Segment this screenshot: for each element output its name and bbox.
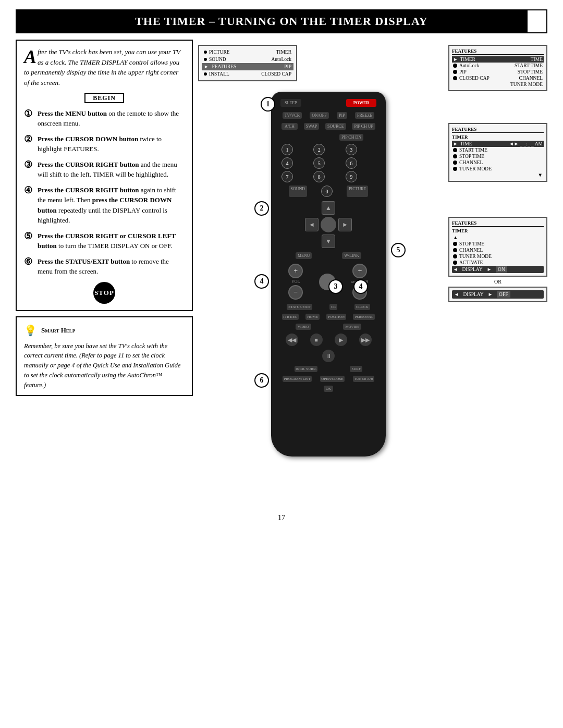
power-btn[interactable]: POWER xyxy=(346,99,376,107)
num-3-btn[interactable]: 3 xyxy=(346,144,357,155)
feat1-pip: PIPSTOP TIME xyxy=(452,69,544,75)
menu-row-install: INSTALL CLOSED CAP xyxy=(202,70,293,78)
empty1 xyxy=(293,134,309,141)
swap-btn[interactable]: SWAP xyxy=(304,123,319,130)
sound-btn[interactable]: SOUND xyxy=(289,186,308,197)
feat1-empty: TUNER MODE xyxy=(452,81,544,88)
num-9-btn[interactable]: 9 xyxy=(346,171,357,182)
step-6: ⑥ Press the STATUS/EXIT button to remove… xyxy=(24,256,185,277)
feat3-display-on: ◄DISPLAY►ON xyxy=(452,266,544,273)
step-1-text: Press the MENU button on the remote to s… xyxy=(38,108,185,129)
cursor-down-btn[interactable]: ▼ xyxy=(322,235,335,248)
step-3: ③ Press the CURSOR RIGHT button and the … xyxy=(24,159,185,180)
onoff-btn[interactable]: ON/OFF xyxy=(310,112,328,119)
tuner-ab-btn[interactable]: TUNER A/B xyxy=(353,376,374,382)
page-header: THE TIMER – TURNING ON THE TIMER DISPLAY xyxy=(16,9,547,33)
num-7-btn[interactable]: 7 xyxy=(282,171,293,182)
source-btn[interactable]: SOURCE xyxy=(325,123,346,130)
position-btn[interactable]: POSITION xyxy=(326,314,346,320)
drop-cap: A xyxy=(24,49,36,65)
remote-area: PICTURE TIMER SOUND AutoLock ► xyxy=(198,40,547,488)
features-panel-2: FEATURES TIMER ►TIME◄► _ _:_ _ AM START … xyxy=(448,123,547,182)
cursor-center xyxy=(321,217,336,232)
status-exit-btn[interactable]: STATUS/EXIT xyxy=(287,304,312,310)
ok-btn[interactable]: OK xyxy=(324,386,333,392)
step-4-num: ④ xyxy=(24,185,34,196)
intro-text: After the TV's clock has been set, you c… xyxy=(24,47,185,88)
menu-row-features: ► FEATURES PIP xyxy=(202,63,293,70)
cc-btn[interactable]: CC xyxy=(329,304,337,310)
feat2-starttime: START TIME xyxy=(452,147,544,153)
incr-surr-btn[interactable]: INCR. SURR. xyxy=(295,366,317,372)
step-2: ② Press the CURSOR DOWN button twice to … xyxy=(24,134,185,154)
num-4-btn[interactable]: 4 xyxy=(282,157,293,169)
feat1-autolock: AutoLockSTART TIME xyxy=(452,63,544,69)
display-off-row: ◄DISPLAY►OFF xyxy=(452,290,544,299)
open-close-btn[interactable]: OPEN/CLOSE xyxy=(320,376,344,382)
movies-btn[interactable]: MOVIES xyxy=(343,324,361,330)
cursor-right-btn[interactable]: ► xyxy=(338,218,352,231)
step-1: ① Press the MENU button on the remote to… xyxy=(24,108,185,129)
ach-btn[interactable]: A/CH xyxy=(282,123,298,130)
sleep-btn[interactable]: SLEEP xyxy=(280,99,301,107)
smart-help-title: 💡 Smart Help xyxy=(24,323,185,338)
play-btn[interactable]: ▶ xyxy=(335,334,347,346)
num-0-btn[interactable]: 0 xyxy=(321,186,333,197)
features-panel-3: FEATURES TIMER ▲ STOP TIME CHANNEL xyxy=(448,217,547,302)
pip-btn[interactable]: PIP xyxy=(337,112,347,119)
clock-btn[interactable]: CLOCK xyxy=(354,304,370,310)
stop-btn[interactable]: ■ xyxy=(310,334,323,346)
menu-row-picture: PICTURE TIMER xyxy=(202,48,293,56)
video-btn[interactable]: VIDEO xyxy=(296,324,311,330)
surf-btn[interactable]: SURF xyxy=(350,366,362,372)
num-5-btn[interactable]: 5 xyxy=(313,157,325,169)
overlay-step-3: 3 xyxy=(328,279,343,294)
feat3-activate: ACTIVATE xyxy=(452,260,544,266)
step-4-text: Press the CURSOR RIGHT button again to s… xyxy=(38,185,185,226)
features-panel-1: FEATURES ►TIMERTIME AutoLockSTART TIME P… xyxy=(448,45,547,91)
step-6-num: ⑥ xyxy=(24,256,34,268)
menu-btn[interactable]: MENU xyxy=(296,252,312,259)
program-list-btn[interactable]: PROGRAM LIST xyxy=(283,376,311,382)
num-8-btn[interactable]: 8 xyxy=(313,171,325,182)
stop-circle: STOP xyxy=(93,282,115,304)
feat2-stoptime: STOP TIME xyxy=(452,153,544,159)
itrrec-btn[interactable]: ITR REC xyxy=(282,314,299,320)
step-5: ⑤ Press the CURSOR RIGHT or CURSOR LEFT … xyxy=(24,231,185,251)
home-btn[interactable]: HOME xyxy=(305,314,320,320)
overlay-step-4: 4 xyxy=(353,279,368,294)
ffwd-btn[interactable]: ▶▶ xyxy=(359,334,372,346)
step-2-text: Press the CURSOR DOWN button twice to hi… xyxy=(38,134,185,154)
vol-down-btn[interactable]: − xyxy=(288,285,303,300)
feat2-tunermode: TUNER MODE xyxy=(452,166,544,172)
vol-up-btn[interactable]: + xyxy=(288,264,303,278)
cursor-up-btn[interactable]: ▲ xyxy=(322,201,335,215)
feat2-channel: CHANNEL xyxy=(452,159,544,166)
personal-btn[interactable]: PERSONAL xyxy=(353,314,375,320)
rewind-btn[interactable]: ◀◀ xyxy=(286,334,298,346)
instructions-box: After the TV's clock has been set, you c… xyxy=(16,40,193,311)
step-3-text: Press the CURSOR RIGHT button and the me… xyxy=(38,159,185,180)
feat1-closedcap: CLOSED CAPCHANNEL xyxy=(452,75,544,81)
feat2-subtitle: TIMER xyxy=(452,134,544,140)
ch-up-btn[interactable]: + xyxy=(352,264,367,278)
feat3-subtitle: TIMER xyxy=(452,228,544,233)
page-number: 17 xyxy=(0,514,563,527)
wlink-btn[interactable]: W-LINK xyxy=(342,252,361,259)
step-3-num: ③ xyxy=(24,159,34,171)
num-6-btn[interactable]: 6 xyxy=(346,157,357,169)
step-2-num: ② xyxy=(24,134,34,145)
picture-btn[interactable]: PICTURE xyxy=(347,186,368,197)
tvvcr-btn[interactable]: TV/VCR xyxy=(283,112,302,119)
overlay-step-1: 1 xyxy=(261,97,275,112)
pipch-dn[interactable]: PIP CH DN xyxy=(339,134,363,141)
header-corner-box xyxy=(527,9,547,33)
num-2-btn[interactable]: 2 xyxy=(313,144,325,155)
cursor-left-btn[interactable]: ◄ xyxy=(305,218,319,231)
pause-btn[interactable]: ⏸ xyxy=(322,350,335,362)
menu-row-sound: SOUND AutoLock xyxy=(202,56,293,63)
step-1-num: ① xyxy=(24,108,34,120)
freeze-btn[interactable]: FREEZE xyxy=(355,112,374,119)
pipch-btn[interactable]: PIP CH UP xyxy=(352,123,375,130)
num-1-btn[interactable]: 1 xyxy=(282,144,293,155)
